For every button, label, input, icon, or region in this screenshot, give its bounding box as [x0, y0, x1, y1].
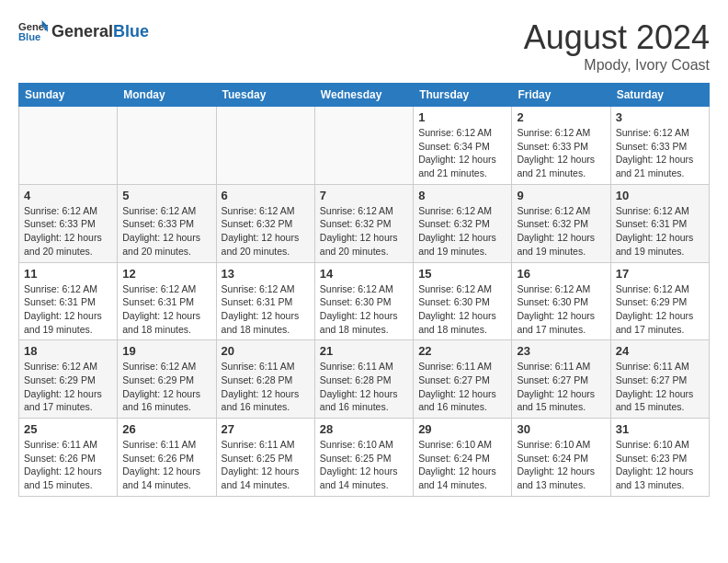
- svg-text:Blue: Blue: [18, 31, 40, 42]
- day-number: 5: [122, 189, 210, 202]
- calendar-table: SundayMondayTuesdayWednesdayThursdayFrid…: [18, 83, 710, 497]
- calendar-cell: 11Sunrise: 6:12 AM Sunset: 6:31 PM Dayli…: [19, 262, 118, 340]
- calendar-cell: 30Sunrise: 6:10 AM Sunset: 6:24 PM Dayli…: [512, 419, 610, 497]
- calendar-cell: 2Sunrise: 6:12 AM Sunset: 6:33 PM Daylig…: [512, 107, 610, 185]
- calendar-cell: 9Sunrise: 6:12 AM Sunset: 6:32 PM Daylig…: [512, 184, 610, 262]
- calendar-cell: 18Sunrise: 6:12 AM Sunset: 6:29 PM Dayli…: [19, 340, 118, 419]
- day-number: 11: [24, 267, 112, 281]
- logo-icon: General Blue: [18, 18, 48, 44]
- day-number: 14: [320, 267, 408, 281]
- day-detail: Sunrise: 6:11 AM Sunset: 6:27 PM Dayligh…: [517, 360, 605, 414]
- day-number: 18: [24, 344, 112, 358]
- page-header: General Blue General Blue August 2024 Mp…: [18, 18, 710, 74]
- day-number: 9: [517, 189, 605, 202]
- day-number: 4: [24, 189, 112, 202]
- calendar-cell: 12Sunrise: 6:12 AM Sunset: 6:31 PM Dayli…: [118, 262, 216, 340]
- day-detail: Sunrise: 6:12 AM Sunset: 6:33 PM Dayligh…: [24, 204, 112, 259]
- day-detail: Sunrise: 6:12 AM Sunset: 6:34 PM Dayligh…: [418, 126, 506, 180]
- month-year-title: August 2024: [524, 18, 710, 57]
- day-detail: Sunrise: 6:11 AM Sunset: 6:26 PM Dayligh…: [24, 438, 112, 492]
- day-detail: Sunrise: 6:12 AM Sunset: 6:31 PM Dayligh…: [24, 282, 112, 337]
- day-number: 26: [122, 422, 210, 436]
- weekday-header: Friday: [512, 84, 610, 107]
- calendar-cell: [216, 107, 314, 185]
- logo-general-text: General: [51, 22, 113, 41]
- day-detail: Sunrise: 6:12 AM Sunset: 6:32 PM Dayligh…: [517, 204, 605, 259]
- day-detail: Sunrise: 6:12 AM Sunset: 6:31 PM Dayligh…: [122, 282, 210, 337]
- weekday-header: Tuesday: [216, 84, 314, 107]
- day-detail: Sunrise: 6:12 AM Sunset: 6:32 PM Dayligh…: [320, 204, 408, 259]
- day-number: 24: [616, 344, 704, 358]
- calendar-cell: 21Sunrise: 6:11 AM Sunset: 6:28 PM Dayli…: [314, 340, 413, 419]
- day-detail: Sunrise: 6:12 AM Sunset: 6:32 PM Dayligh…: [418, 204, 506, 259]
- calendar-cell: 8Sunrise: 6:12 AM Sunset: 6:32 PM Daylig…: [414, 184, 512, 262]
- calendar-cell: 5Sunrise: 6:12 AM Sunset: 6:33 PM Daylig…: [118, 184, 216, 262]
- day-number: 21: [320, 344, 408, 358]
- title-area: August 2024 Mpody, Ivory Coast: [524, 18, 710, 74]
- day-detail: Sunrise: 6:11 AM Sunset: 6:28 PM Dayligh…: [222, 360, 310, 414]
- calendar-cell: 4Sunrise: 6:12 AM Sunset: 6:33 PM Daylig…: [19, 184, 118, 262]
- day-detail: Sunrise: 6:12 AM Sunset: 6:29 PM Dayligh…: [24, 360, 112, 414]
- day-number: 8: [418, 189, 506, 202]
- calendar-cell: 29Sunrise: 6:10 AM Sunset: 6:24 PM Dayli…: [414, 419, 512, 497]
- location-subtitle: Mpody, Ivory Coast: [524, 57, 710, 74]
- calendar-cell: 22Sunrise: 6:11 AM Sunset: 6:27 PM Dayli…: [414, 340, 512, 419]
- calendar-cell: 14Sunrise: 6:12 AM Sunset: 6:30 PM Dayli…: [314, 262, 413, 340]
- day-detail: Sunrise: 6:12 AM Sunset: 6:29 PM Dayligh…: [122, 360, 210, 414]
- day-detail: Sunrise: 6:12 AM Sunset: 6:31 PM Dayligh…: [222, 282, 310, 337]
- calendar-cell: 28Sunrise: 6:10 AM Sunset: 6:25 PM Dayli…: [314, 419, 413, 497]
- day-number: 20: [222, 344, 310, 358]
- day-detail: Sunrise: 6:12 AM Sunset: 6:33 PM Dayligh…: [122, 204, 210, 259]
- day-number: 3: [616, 110, 704, 124]
- day-number: 13: [222, 267, 310, 281]
- day-detail: Sunrise: 6:11 AM Sunset: 6:26 PM Dayligh…: [122, 438, 210, 492]
- calendar-cell: 24Sunrise: 6:11 AM Sunset: 6:27 PM Dayli…: [610, 340, 709, 419]
- calendar-week-row: 18Sunrise: 6:12 AM Sunset: 6:29 PM Dayli…: [19, 340, 710, 419]
- calendar-cell: 31Sunrise: 6:10 AM Sunset: 6:23 PM Dayli…: [610, 419, 709, 497]
- day-number: 19: [122, 344, 210, 358]
- weekday-header: Monday: [118, 84, 216, 107]
- calendar-cell: 26Sunrise: 6:11 AM Sunset: 6:26 PM Dayli…: [118, 419, 216, 497]
- logo: General Blue General Blue: [18, 18, 149, 44]
- calendar-week-row: 25Sunrise: 6:11 AM Sunset: 6:26 PM Dayli…: [19, 419, 710, 497]
- calendar-cell: 10Sunrise: 6:12 AM Sunset: 6:31 PM Dayli…: [610, 184, 709, 262]
- day-number: 12: [122, 267, 210, 281]
- day-detail: Sunrise: 6:12 AM Sunset: 6:29 PM Dayligh…: [616, 282, 704, 337]
- day-number: 25: [24, 422, 112, 436]
- day-number: 1: [418, 110, 506, 124]
- day-detail: Sunrise: 6:12 AM Sunset: 6:30 PM Dayligh…: [517, 282, 605, 337]
- calendar-cell: [19, 107, 118, 185]
- calendar-cell: 13Sunrise: 6:12 AM Sunset: 6:31 PM Dayli…: [216, 262, 314, 340]
- day-number: 22: [418, 344, 506, 358]
- calendar-cell: 7Sunrise: 6:12 AM Sunset: 6:32 PM Daylig…: [314, 184, 413, 262]
- day-number: 27: [222, 422, 310, 436]
- day-detail: Sunrise: 6:12 AM Sunset: 6:32 PM Dayligh…: [222, 204, 310, 259]
- day-detail: Sunrise: 6:10 AM Sunset: 6:25 PM Dayligh…: [320, 438, 408, 492]
- day-number: 29: [418, 422, 506, 436]
- day-detail: Sunrise: 6:10 AM Sunset: 6:23 PM Dayligh…: [616, 438, 704, 492]
- weekday-header: Wednesday: [314, 84, 413, 107]
- calendar-cell: 27Sunrise: 6:11 AM Sunset: 6:25 PM Dayli…: [216, 419, 314, 497]
- calendar-cell: [314, 107, 413, 185]
- calendar-cell: [118, 107, 216, 185]
- weekday-header: Thursday: [414, 84, 512, 107]
- calendar-cell: 25Sunrise: 6:11 AM Sunset: 6:26 PM Dayli…: [19, 419, 118, 497]
- day-number: 15: [418, 267, 506, 281]
- day-detail: Sunrise: 6:11 AM Sunset: 6:27 PM Dayligh…: [616, 360, 704, 414]
- day-number: 7: [320, 189, 408, 202]
- day-detail: Sunrise: 6:12 AM Sunset: 6:33 PM Dayligh…: [616, 126, 704, 180]
- day-number: 16: [517, 267, 605, 281]
- day-detail: Sunrise: 6:11 AM Sunset: 6:28 PM Dayligh…: [320, 360, 408, 414]
- day-detail: Sunrise: 6:11 AM Sunset: 6:27 PM Dayligh…: [418, 360, 506, 414]
- calendar-cell: 19Sunrise: 6:12 AM Sunset: 6:29 PM Dayli…: [118, 340, 216, 419]
- day-detail: Sunrise: 6:12 AM Sunset: 6:30 PM Dayligh…: [320, 282, 408, 337]
- calendar-cell: 23Sunrise: 6:11 AM Sunset: 6:27 PM Dayli…: [512, 340, 610, 419]
- calendar-cell: 1Sunrise: 6:12 AM Sunset: 6:34 PM Daylig…: [414, 107, 512, 185]
- calendar-week-row: 4Sunrise: 6:12 AM Sunset: 6:33 PM Daylig…: [19, 184, 710, 262]
- day-detail: Sunrise: 6:12 AM Sunset: 6:31 PM Dayligh…: [616, 204, 704, 259]
- day-detail: Sunrise: 6:10 AM Sunset: 6:24 PM Dayligh…: [418, 438, 506, 492]
- day-number: 2: [517, 110, 605, 124]
- day-detail: Sunrise: 6:10 AM Sunset: 6:24 PM Dayligh…: [517, 438, 605, 492]
- day-detail: Sunrise: 6:12 AM Sunset: 6:30 PM Dayligh…: [418, 282, 506, 337]
- day-number: 31: [616, 422, 704, 436]
